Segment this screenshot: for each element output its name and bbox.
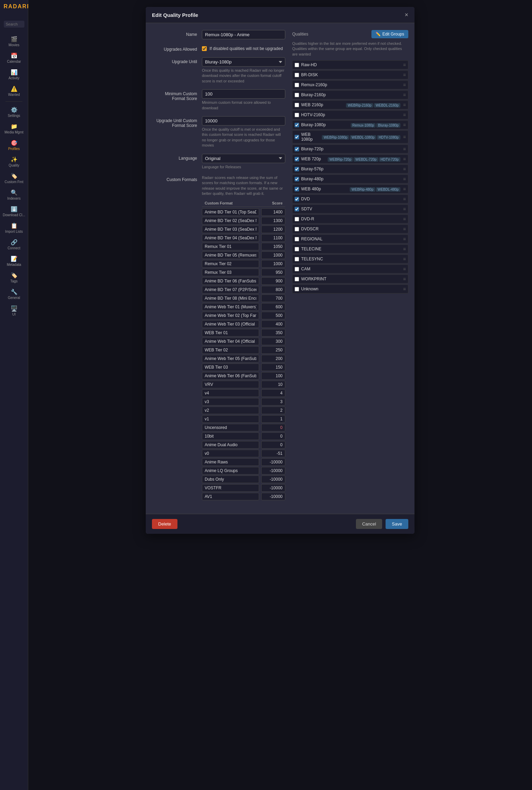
cf-score-input[interactable]: [261, 260, 285, 268]
drag-handle-icon[interactable]: ≡: [403, 246, 406, 252]
sidebar-item-metadata[interactable]: 📝 Metadata: [0, 253, 28, 269]
drag-handle-icon[interactable]: ≡: [403, 256, 406, 262]
quality-checkbox[interactable]: [295, 247, 299, 251]
quality-checkbox[interactable]: [295, 157, 299, 161]
cf-name-input[interactable]: [202, 294, 259, 302]
cf-score-input[interactable]: [261, 234, 285, 242]
cf-score-input[interactable]: [261, 277, 285, 285]
upgrade-until-select[interactable]: Bluray-1080p Bluray-2160p WEB 2160p Remu…: [202, 57, 285, 67]
sidebar-item-profiles[interactable]: 🎯 Profiles: [0, 137, 28, 153]
drag-handle-icon[interactable]: ≡: [403, 72, 406, 78]
sidebar-item-wanted[interactable]: ⚠️ Wanted: [0, 83, 28, 99]
drag-handle-icon[interactable]: ≡: [403, 236, 406, 242]
cf-score-input[interactable]: [261, 372, 285, 380]
cf-score-input[interactable]: [261, 407, 285, 414]
cf-score-input[interactable]: [261, 363, 285, 371]
drag-handle-icon[interactable]: ≡: [403, 82, 406, 88]
cf-name-input[interactable]: [202, 243, 259, 250]
cf-name-input[interactable]: [202, 329, 259, 337]
cf-score-input[interactable]: [261, 320, 285, 328]
cf-name-input[interactable]: [202, 286, 259, 293]
cf-name-input[interactable]: [202, 234, 259, 242]
cf-name-input[interactable]: [202, 407, 259, 414]
cf-name-input[interactable]: [202, 355, 259, 362]
sidebar-item-indexers[interactable]: 🔍 Indexers: [0, 187, 28, 203]
quality-checkbox[interactable]: [295, 93, 299, 97]
sidebar-item-ui[interactable]: 🖥️ UI: [0, 302, 28, 319]
drag-handle-icon[interactable]: ≡: [403, 134, 406, 140]
cf-score-input[interactable]: [261, 286, 285, 293]
quality-checkbox[interactable]: [295, 237, 299, 241]
cf-name-input[interactable]: [202, 381, 259, 388]
quality-checkbox[interactable]: [295, 267, 299, 271]
cf-name-input[interactable]: [202, 372, 259, 380]
cf-score-input[interactable]: [261, 217, 285, 224]
quality-checkbox[interactable]: [295, 287, 299, 291]
cf-name-input[interactable]: [202, 441, 259, 449]
sidebar-item-tags[interactable]: 🏷️ Tags: [0, 269, 28, 286]
sidebar-item-media-mgmt[interactable]: 📁 Media Mgmt: [0, 120, 28, 137]
cf-score-input[interactable]: [261, 432, 285, 440]
upgrades-allowed-checkbox[interactable]: [202, 46, 207, 51]
cf-name-input[interactable]: [202, 484, 259, 492]
sidebar-item-general[interactable]: 🔧 General: [0, 286, 28, 302]
quality-checkbox[interactable]: [295, 227, 299, 231]
cf-name-input[interactable]: [202, 458, 259, 466]
drag-handle-icon[interactable]: ≡: [403, 196, 406, 202]
cf-score-input[interactable]: [261, 303, 285, 311]
cf-score-input[interactable]: [261, 312, 285, 319]
cf-name-input[interactable]: [202, 217, 259, 224]
cf-name-input[interactable]: [202, 312, 259, 319]
search-input[interactable]: [4, 21, 24, 28]
cf-score-input[interactable]: [261, 208, 285, 216]
quality-checkbox[interactable]: [295, 187, 299, 191]
cf-score-input[interactable]: [261, 355, 285, 362]
cf-score-input[interactable]: [261, 269, 285, 276]
sidebar-item-activity[interactable]: 📊 Activity: [0, 66, 28, 83]
drag-handle-icon[interactable]: ≡: [403, 206, 406, 212]
cf-name-input[interactable]: [202, 467, 259, 474]
sidebar-item-settings[interactable]: ⚙️ Settings: [0, 104, 28, 120]
sidebar-item-movies[interactable]: 🎬 Movies: [0, 33, 28, 50]
cf-score-input[interactable]: [261, 226, 285, 233]
cf-score-input[interactable]: [261, 450, 285, 457]
cf-name-input[interactable]: [202, 303, 259, 311]
cf-name-input[interactable]: [202, 432, 259, 440]
quality-checkbox[interactable]: [295, 217, 299, 221]
cf-score-input[interactable]: [261, 389, 285, 397]
sidebar-item-calendar[interactable]: 📅 Calendar: [0, 50, 28, 66]
cf-name-input[interactable]: [202, 476, 259, 483]
drag-handle-icon[interactable]: ≡: [403, 102, 406, 108]
sidebar-item-quality[interactable]: ✨ Quality: [0, 153, 28, 170]
cf-score-input[interactable]: [261, 441, 285, 449]
edit-groups-button[interactable]: ✏️ Edit Groups: [371, 30, 408, 38]
quality-checkbox[interactable]: [295, 197, 299, 201]
delete-button[interactable]: Delete: [152, 519, 177, 529]
cf-name-input[interactable]: [202, 320, 259, 328]
cf-name-input[interactable]: [202, 398, 259, 406]
quality-checkbox[interactable]: [295, 277, 299, 281]
cf-name-input[interactable]: [202, 226, 259, 233]
quality-checkbox[interactable]: [295, 207, 299, 211]
sidebar-item-import-lists[interactable]: 📋 Import Lists: [0, 220, 28, 236]
cf-score-input[interactable]: [261, 493, 285, 500]
quality-checkbox[interactable]: [295, 73, 299, 77]
cf-score-input[interactable]: [261, 251, 285, 259]
drag-handle-icon[interactable]: ≡: [403, 146, 406, 152]
quality-checkbox[interactable]: [295, 123, 299, 127]
quality-checkbox[interactable]: [295, 113, 299, 117]
drag-handle-icon[interactable]: ≡: [403, 166, 406, 172]
cf-score-input[interactable]: [261, 476, 285, 483]
cf-name-input[interactable]: [202, 450, 259, 457]
cf-name-input[interactable]: [202, 346, 259, 354]
drag-handle-icon[interactable]: ≡: [403, 62, 406, 68]
quality-checkbox[interactable]: [295, 103, 299, 107]
cf-score-input[interactable]: [261, 467, 285, 474]
name-input[interactable]: [202, 30, 285, 39]
quality-checkbox[interactable]: [295, 257, 299, 261]
drag-handle-icon[interactable]: ≡: [403, 186, 406, 192]
cf-score-input[interactable]: [261, 381, 285, 388]
cf-name-input[interactable]: [202, 277, 259, 285]
modal-close-button[interactable]: ×: [405, 12, 408, 18]
quality-checkbox[interactable]: [295, 177, 299, 181]
